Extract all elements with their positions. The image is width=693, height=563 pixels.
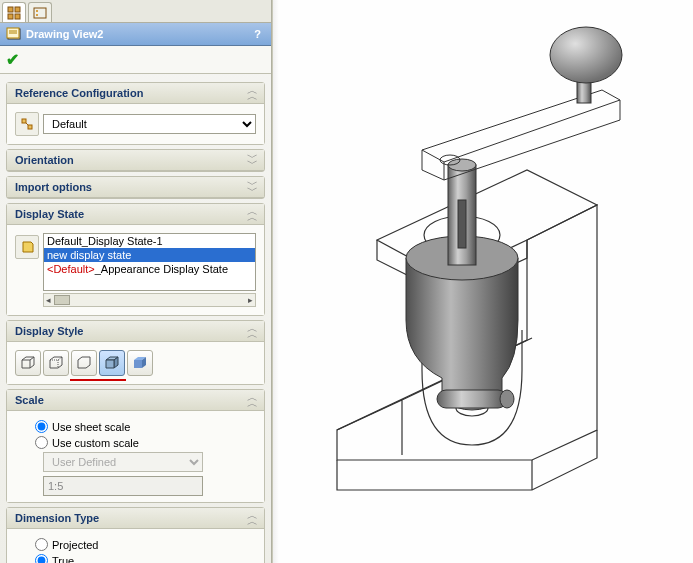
tab-feature-manager[interactable] [2, 2, 26, 22]
panel-body: Reference Configuration ︿︿ Default Orien… [0, 74, 271, 563]
svg-rect-6 [36, 14, 38, 16]
svg-rect-2 [8, 14, 13, 19]
display-state-icon [15, 235, 39, 259]
collapse-icon: ︿︿ [247, 208, 256, 220]
use-sheet-scale-radio[interactable]: Use sheet scale [35, 420, 256, 433]
svg-rect-3 [15, 14, 20, 19]
section-import-options: Import options ﹀﹀ [6, 176, 265, 199]
collapse-icon: ︿︿ [247, 512, 256, 524]
drawing-viewport[interactable] [272, 0, 693, 563]
drawing-view-icon [6, 26, 22, 42]
property-panel: Drawing View2 ? ✔ Reference Configuratio… [0, 0, 272, 563]
section-orientation: Orientation ﹀﹀ [6, 149, 265, 172]
section-scale: Scale ︿︿ Use sheet scale Use custom scal… [6, 389, 265, 503]
hidden-visible-button[interactable] [43, 350, 69, 376]
svg-rect-20 [437, 390, 507, 408]
scroll-left-icon[interactable]: ◂ [46, 295, 51, 305]
confirm-bar: ✔ [0, 46, 271, 74]
help-button[interactable]: ? [250, 28, 265, 40]
svg-line-13 [26, 123, 28, 125]
svg-rect-11 [22, 119, 26, 123]
section-reference-configuration: Reference Configuration ︿︿ Default [6, 82, 265, 145]
horizontal-scrollbar[interactable]: ◂ ▸ [43, 293, 256, 307]
list-item[interactable]: Default_Display State-1 [44, 234, 255, 248]
scroll-right-icon[interactable]: ▸ [248, 295, 253, 305]
shaded-button[interactable] [127, 350, 153, 376]
drawing-view [272, 0, 692, 563]
ok-button[interactable]: ✔ [6, 51, 19, 68]
svg-point-27 [550, 27, 622, 83]
collapse-icon: ︿︿ [247, 325, 256, 337]
projected-radio[interactable]: Projected [35, 538, 256, 551]
section-dimension-type: Dimension Type ︿︿ Projected True [6, 507, 265, 563]
section-header[interactable]: Dimension Type ︿︿ [7, 508, 264, 529]
scroll-thumb[interactable] [54, 295, 70, 305]
display-state-listbox[interactable]: Default_Display State-1 new display stat… [43, 233, 256, 291]
section-header[interactable]: Display State ︿︿ [7, 204, 264, 225]
panel-titlebar: Drawing View2 ? [0, 23, 271, 46]
scale-type-dropdown: User Defined [43, 452, 203, 472]
section-header[interactable]: Orientation ﹀﹀ [7, 150, 264, 171]
section-display-style: Display Style ︿︿ [6, 320, 265, 385]
panel-tabs [0, 0, 271, 23]
expand-icon: ﹀﹀ [247, 154, 256, 166]
tab-property-manager[interactable] [28, 2, 52, 22]
scale-ratio-input [43, 476, 203, 496]
svg-rect-24 [458, 200, 466, 248]
config-dropdown[interactable]: Default [43, 114, 256, 134]
collapse-icon: ︿︿ [247, 87, 256, 99]
use-custom-scale-radio[interactable]: Use custom scale [35, 436, 256, 449]
svg-rect-5 [36, 10, 38, 12]
section-header[interactable]: Reference Configuration ︿︿ [7, 83, 264, 104]
section-header[interactable]: Import options ﹀﹀ [7, 177, 264, 198]
list-item[interactable]: <Default>_Appearance Display State [44, 262, 255, 276]
svg-rect-4 [34, 8, 46, 18]
shaded-edges-button[interactable] [99, 350, 125, 376]
svg-point-21 [500, 390, 514, 408]
list-item[interactable]: new display state [44, 248, 255, 262]
section-display-state: Display State ︿︿ Default_Display State-1… [6, 203, 265, 316]
expand-icon: ﹀﹀ [247, 181, 256, 193]
section-header[interactable]: Display Style ︿︿ [7, 321, 264, 342]
section-header[interactable]: Scale ︿︿ [7, 390, 264, 411]
svg-rect-1 [15, 7, 20, 12]
display-style-buttons [15, 348, 256, 378]
collapse-icon: ︿︿ [247, 394, 256, 406]
panel-title: Drawing View2 [26, 28, 250, 40]
true-radio[interactable]: True [35, 554, 256, 563]
hidden-removed-button[interactable] [71, 350, 97, 376]
config-icon [15, 112, 39, 136]
svg-rect-12 [28, 125, 32, 129]
svg-rect-0 [8, 7, 13, 12]
wireframe-button[interactable] [15, 350, 41, 376]
